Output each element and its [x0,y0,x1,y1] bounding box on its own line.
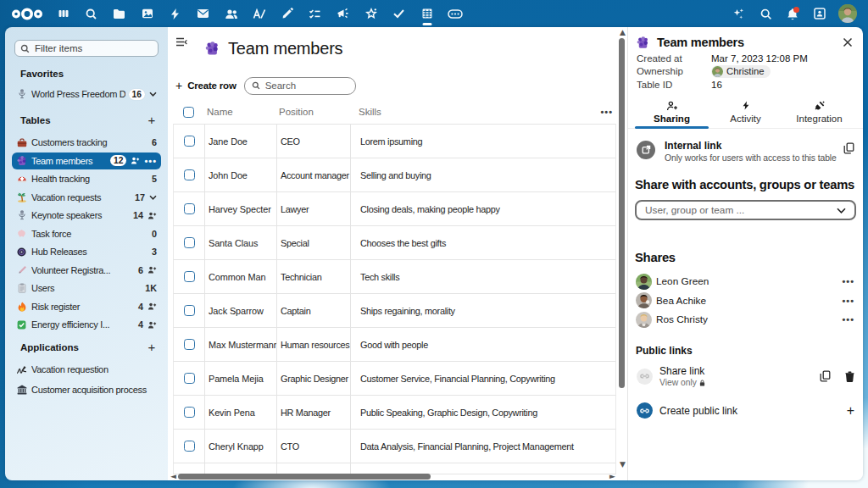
notifications-bell-icon[interactable] [779,0,806,27]
table-row[interactable]: Cheryl Knapp CTO Data Analysis, Financia… [173,429,616,463]
share-actions-menu[interactable]: ••• [842,276,854,286]
add-table-button[interactable]: + [145,114,159,126]
sidebar-item-vacation-requestion[interactable]: Vacation requestion [12,360,161,379]
row-checkbox[interactable] [184,305,195,316]
scroll-right-arrow[interactable]: ► [609,473,615,480]
table-row[interactable]: Jane Doe CEO Lorem ipsuming [173,124,616,158]
sidebar-item-vacation-requests[interactable]: Vacation requests 17 [12,189,161,206]
column-header-name[interactable]: Name [203,107,275,117]
bank-emoji-icon [16,384,27,395]
scroll-up-arrow[interactable]: ▲ [620,29,626,36]
select-all-checkbox[interactable] [183,107,194,118]
chevron-down-icon[interactable] [149,195,157,200]
item-actions-menu[interactable]: ••• [144,156,157,166]
owner-chip[interactable]: Christine [711,65,771,78]
chevron-down-icon[interactable] [149,92,157,97]
approval-app-icon[interactable] [385,0,413,27]
sidebar-item-customer-acquisition[interactable]: Customer acquisition process [12,380,161,399]
share-select[interactable]: User, group or team ... [635,200,856,220]
row-checkbox[interactable] [184,373,195,384]
sidebar-item-hub-releases[interactable]: Hub Releases 3 [12,243,161,260]
cell-skills: Selling and buying [350,158,615,191]
news-app-icon[interactable] [245,0,273,27]
vertical-scrollbar[interactable] [619,38,625,388]
sidebar-item-keynote-speakers[interactable]: Keynote speakers 14 [12,207,161,224]
announcements-app-icon[interactable] [329,0,357,27]
row-checkbox[interactable] [184,407,195,418]
avatar [636,274,652,290]
add-application-button[interactable]: + [145,341,159,353]
row-checkbox[interactable] [184,136,195,147]
table-row[interactable]: Max Mustermann Human resources Good with… [173,327,616,361]
table-row[interactable]: Santa Claus Special Chooses the best gif… [173,225,616,259]
mail-app-icon[interactable] [189,0,217,27]
share-actions-menu[interactable]: ••• [842,296,854,306]
sidebar-item-team-members[interactable]: Team members 12 ••• [12,152,161,169]
microphone-emoji-icon [16,210,27,221]
contacts-menu-icon[interactable] [806,0,833,27]
search-icon[interactable] [752,0,779,27]
plus-icon[interactable]: + [847,403,854,419]
table-row[interactable]: Common Man Technician Tech skills [173,259,616,293]
sidebar-item-risk-register[interactable]: Risk register 4 [12,298,161,315]
row-checkbox[interactable] [184,203,195,214]
horizontal-scrollbar[interactable] [178,474,431,480]
row-checkbox[interactable] [184,237,195,248]
table-search-input[interactable]: Search [244,77,356,95]
search-app-icon[interactable] [77,0,105,27]
cell-position: CEO [276,125,350,158]
row-checkbox[interactable] [184,339,195,350]
nextcloud-logo[interactable] [11,5,43,22]
sidebar-item-health-tracking[interactable]: Health tracking 5 [12,170,161,187]
scroll-down-arrow[interactable]: ▼ [620,461,626,469]
tables-app-icon[interactable] [413,0,441,27]
sidebar-item-users[interactable]: Users 1K [12,280,161,297]
table-options-menu[interactable]: ••• [594,107,616,117]
sidebar-item-label: Customer acquisition process [31,385,157,395]
tab-activity[interactable]: Activity [709,98,782,128]
tasks-app-icon[interactable] [301,0,329,27]
sidebar-item-world-press[interactable]: World Press Freedom D... 16 [12,86,161,103]
create-public-link-row[interactable]: Create public link + [628,394,863,419]
row-checkbox[interactable] [184,441,195,452]
table-row[interactable]: Jack Sparrow Captain Ships regaining, mo… [173,293,616,327]
table-title-row: Team members [205,39,342,58]
contacts-app-icon[interactable] [217,0,245,27]
copy-icon[interactable] [820,370,831,382]
table-row[interactable]: Kevin Pena HR Manager Public Speaking, G… [173,395,616,429]
share-actions-menu[interactable]: ••• [842,314,854,324]
user-avatar[interactable] [833,0,861,27]
toggle-navigation-icon[interactable] [175,37,187,47]
column-header-position[interactable]: Position [275,107,349,117]
sidebar-item-customers-tracking[interactable]: Customers tracking 6 [12,134,161,151]
copy-icon[interactable] [843,142,854,154]
table-row[interactable]: Harvey Specter Lawyer Closing deals, mak… [173,191,616,225]
scroll-left-arrow[interactable]: ◄ [170,473,176,480]
tab-sharing[interactable]: Sharing [635,98,709,128]
table-actions-row: + Create row Search [173,76,356,95]
dashboard-app-icon[interactable] [49,0,77,27]
recognize-app-icon[interactable] [357,0,385,27]
files-app-icon[interactable] [105,0,133,27]
tab-integration[interactable]: Integration [782,98,856,128]
sidebar-item-volunteer-registration[interactable]: Volunteer Registra... 6 [12,262,161,279]
table-row[interactable]: Pamela Mejia Graphic Designer Customer S… [173,361,616,395]
filter-input[interactable]: Filter items [14,40,159,57]
delete-icon[interactable] [845,371,854,382]
tables-header: Tables + [14,114,159,127]
photos-app-icon[interactable] [133,0,161,27]
notes-app-icon[interactable] [273,0,301,27]
sidebar-item-energy-efficiency[interactable]: Energy efficiency I... 4 [12,316,161,333]
close-icon[interactable] [841,36,854,49]
cell-position: HR Manager [276,396,350,429]
table-row[interactable]: John Doe Account manager Selling and buy… [173,158,616,191]
assistant-icon[interactable] [725,0,752,27]
create-row-button[interactable]: + Create row [173,76,239,95]
activity-app-icon[interactable] [161,0,189,27]
row-checkbox[interactable] [184,169,195,180]
row-checkbox[interactable] [184,271,195,282]
ocs-app-icon[interactable] [441,0,469,27]
column-header-skills[interactable]: Skills [349,107,594,117]
sidebar-item-task-force[interactable]: Task force 0 [12,225,161,242]
internal-link-row[interactable]: Internal link Only works for users with … [628,129,863,164]
